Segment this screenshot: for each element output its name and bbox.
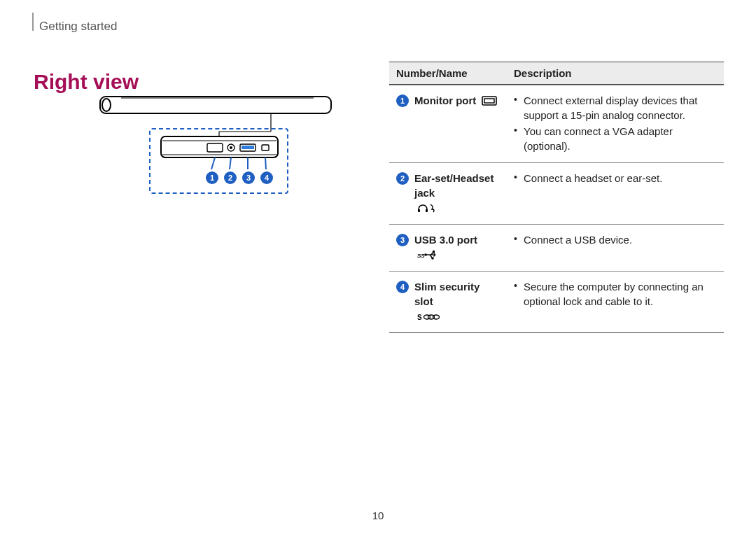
table-row: 3 USB 3.0 port SS: [389, 224, 724, 271]
figure-callout-box: [149, 128, 288, 194]
desc-item: Connect a headset or ear-set.: [514, 171, 717, 185]
usb3-port-icon: SS: [417, 248, 437, 263]
row-desc-list: Connect a headset or ear-set.: [514, 167, 717, 191]
row-name-text: Slim security slot: [414, 279, 500, 309]
col-header-desc: Description: [508, 62, 724, 84]
section-header: Getting started: [39, 20, 118, 34]
svg-text:SS: SS: [417, 253, 425, 259]
desc-item: Connect external display devices that su…: [514, 93, 717, 122]
row-name-text: USB 3.0 port: [414, 232, 477, 247]
row-name-text: Monitor port: [414, 93, 476, 108]
svg-point-3: [102, 99, 111, 111]
desc-item: You can connect a VGA adapter (optional)…: [514, 124, 717, 153]
desc-item: Connect a USB device.: [514, 232, 717, 247]
security-slot-icon: S: [417, 310, 441, 325]
svg-text:S: S: [417, 314, 422, 321]
row-badge: 1: [396, 94, 409, 107]
svg-rect-0: [100, 97, 331, 113]
row-name: 2 Ear-set/Headset jack: [396, 167, 503, 220]
row-name: 4 Slim security slot S: [396, 275, 503, 329]
svg-rect-23: [426, 209, 428, 212]
row-desc-list: Connect a USB device.: [514, 228, 717, 253]
desc-item: Secure the computer by connecting an opt…: [514, 279, 717, 309]
right-view-figure: 1 2 3 4: [97, 90, 335, 202]
row-desc-list: Secure the computer by connecting an opt…: [514, 275, 717, 314]
row-badge: 3: [396, 234, 409, 246]
table-row: 1 Monitor port Connect external display …: [389, 85, 724, 162]
svg-rect-27: [433, 251, 435, 253]
svg-point-26: [424, 253, 427, 256]
page-number: 10: [0, 510, 756, 521]
row-name-text: Ear-set/Headset jack: [414, 171, 500, 200]
table-header-row: Number/Name Description: [389, 62, 724, 85]
row-name: 3 USB 3.0 port SS: [396, 228, 503, 267]
header-rule: [32, 13, 34, 31]
manual-page: Getting started Right view: [0, 0, 756, 534]
svg-rect-22: [418, 209, 420, 212]
svg-point-28: [431, 257, 434, 260]
ports-table: Number/Name Description 1 Monitor port: [389, 62, 724, 333]
monitor-port-icon: [482, 94, 497, 109]
table-row: 2 Ear-set/Headset jack: [389, 162, 724, 224]
row-badge: 4: [396, 281, 409, 293]
headset-jack-icon: [417, 202, 435, 216]
row-badge: 2: [396, 172, 409, 185]
row-desc-list: Connect external display devices that su…: [514, 89, 717, 159]
table-row: 4 Slim security slot S: [389, 271, 724, 332]
row-name: 1 Monitor port: [396, 89, 503, 113]
col-header-name: Number/Name: [389, 62, 508, 84]
svg-rect-21: [484, 99, 494, 103]
